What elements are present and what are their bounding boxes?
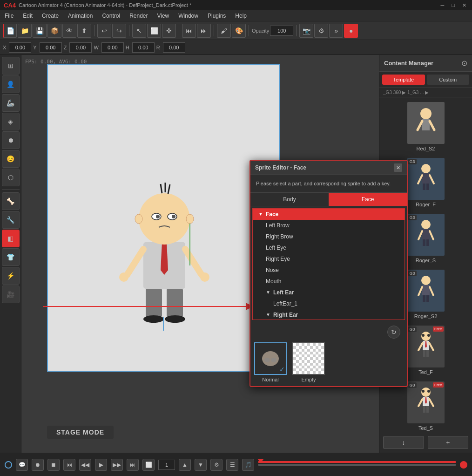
sidebar-cloth[interactable]: 👕: [2, 248, 20, 266]
tl-down-button[interactable]: ▼: [195, 459, 207, 471]
sprite-editor-tree[interactable]: ▼ Face Left Brow Right Brow Left Eye Rig…: [252, 208, 405, 320]
menu-animation[interactable]: Animation: [63, 10, 97, 21]
sidebar-actor[interactable]: 👤: [2, 75, 20, 93]
close-button[interactable]: ✕: [460, 2, 468, 8]
opacity-input[interactable]: [270, 26, 293, 36]
cm-add-button[interactable]: +: [428, 436, 469, 449]
tl-next-frame[interactable]: ⏭: [127, 459, 139, 471]
tree-left-eye[interactable]: Left Eye: [253, 242, 405, 253]
tl-record-screen[interactable]: ⬜: [142, 459, 155, 471]
sprite-normal-thumb[interactable]: ✓: [254, 342, 287, 375]
cm-expand-button[interactable]: ⊙: [461, 59, 467, 68]
menu-render[interactable]: Render: [125, 10, 152, 21]
export-button[interactable]: ⬆: [77, 24, 91, 38]
tl-forward[interactable]: ▶▶: [111, 459, 123, 471]
menu-help[interactable]: Help: [230, 10, 251, 21]
menu-file[interactable]: File: [0, 10, 18, 21]
play-back-button[interactable]: ⏮: [182, 24, 196, 38]
ca-logo-button[interactable]: ●: [344, 24, 358, 38]
y-input[interactable]: [40, 42, 62, 53]
h-input[interactable]: [132, 42, 155, 53]
menu-window[interactable]: Window: [174, 10, 203, 21]
sidebar-motion[interactable]: ◈: [2, 113, 20, 130]
tree-nose[interactable]: Nose: [253, 265, 405, 276]
sidebar-face[interactable]: 😊: [2, 150, 20, 168]
tl-stop-button[interactable]: ⏹: [47, 459, 60, 471]
menu-create[interactable]: Create: [37, 10, 63, 21]
cm-item-ted-s[interactable]: G3 Free: [382, 380, 469, 432]
menu-edit[interactable]: Edit: [18, 10, 37, 21]
tl-settings-button[interactable]: ⚙: [210, 459, 223, 471]
svg-point-40: [421, 220, 431, 229]
tl-audio-button[interactable]: 🎵: [242, 459, 254, 471]
tl-rewind[interactable]: ◀◀: [79, 459, 91, 471]
sprite-normal[interactable]: ✓ Normal: [254, 342, 287, 382]
menu-plugins[interactable]: Plugins: [203, 10, 230, 21]
settings-button[interactable]: ⚙: [314, 24, 328, 38]
sidebar-bone[interactable]: 🦴: [2, 192, 20, 210]
r-input[interactable]: [163, 42, 185, 53]
sprite-empty[interactable]: Empty: [292, 342, 325, 382]
tree-right-eye[interactable]: Right Eye: [253, 253, 405, 265]
brush-button[interactable]: 🖌: [217, 24, 231, 38]
tree-left-brow[interactable]: Left Brow: [253, 220, 405, 231]
x-input[interactable]: [9, 42, 31, 53]
minimize-button[interactable]: ─: [439, 2, 446, 8]
tree-right-ear[interactable]: ▼ Right Ear: [253, 309, 405, 320]
undo-button[interactable]: ↩: [97, 24, 111, 38]
timeline-slider[interactable]: [258, 464, 456, 466]
cm-tab-template[interactable]: Template: [382, 75, 425, 85]
z-input[interactable]: [69, 42, 92, 53]
sprite-editor-close[interactable]: ✕: [394, 163, 402, 172]
toolbar-sep4: [214, 25, 214, 36]
timeline-circle-end[interactable]: [460, 461, 467, 469]
tree-face[interactable]: ▼ Face: [253, 209, 405, 220]
tl-up-button[interactable]: ▲: [179, 459, 191, 471]
open-button[interactable]: 📁: [18, 24, 32, 38]
cm-tab-custom[interactable]: Custom: [427, 75, 470, 85]
tab-body[interactable]: Body: [250, 193, 329, 206]
tree-mouth[interactable]: Mouth: [253, 276, 405, 287]
select-button[interactable]: ↖: [132, 24, 146, 38]
more-button[interactable]: »: [329, 24, 343, 38]
redo-button[interactable]: ↪: [112, 24, 126, 38]
save-button[interactable]: 💾: [33, 24, 47, 38]
tl-frame-input[interactable]: [158, 460, 175, 470]
tl-record-button[interactable]: ⏺: [32, 459, 44, 471]
sidebar-morph[interactable]: ⬡: [2, 169, 20, 186]
menu-control[interactable]: Control: [97, 10, 125, 21]
refresh-button[interactable]: ↻: [387, 326, 400, 339]
cm-download-button[interactable]: ↓: [383, 436, 424, 449]
canvas-area[interactable]: FPS: 0.00, AVG: 0.00: [21, 55, 472, 453]
camera-button[interactable]: 📷: [299, 24, 313, 38]
tl-chat-button[interactable]: 💬: [16, 459, 28, 471]
sidebar-sprite[interactable]: ◧: [2, 230, 20, 247]
sidebar-record[interactable]: ⏺: [2, 131, 20, 149]
color-button[interactable]: 🎨: [232, 24, 246, 38]
tl-prev-frame[interactable]: ⏮: [63, 459, 75, 471]
menu-view[interactable]: View: [152, 10, 174, 21]
tree-left-ear-1[interactable]: LeftEar_1: [253, 298, 405, 309]
w-input[interactable]: [101, 42, 124, 53]
tl-play[interactable]: ▶: [95, 459, 107, 471]
tab-face[interactable]: Face: [329, 193, 407, 206]
maximize-button[interactable]: □: [450, 2, 457, 8]
cm-item-red-s2[interactable]: Red_S2: [382, 100, 469, 153]
sidebar-camera[interactable]: 🎥: [2, 286, 20, 303]
sidebar-physics[interactable]: ⚡: [2, 267, 20, 285]
tree-left-ear[interactable]: ▼ Left Ear: [253, 287, 405, 298]
sprite-empty-thumb[interactable]: [292, 342, 325, 375]
sidebar-pose[interactable]: 🦾: [2, 94, 20, 112]
stage-canvas[interactable]: [47, 64, 280, 372]
move-button[interactable]: ✜: [162, 24, 176, 38]
transform-button[interactable]: ⬜: [147, 24, 161, 38]
import-button[interactable]: 📦: [47, 24, 61, 38]
sidebar-prop[interactable]: 🔧: [2, 211, 20, 229]
tl-list-button[interactable]: ☰: [226, 459, 238, 471]
tree-right-brow[interactable]: Right Brow: [253, 231, 405, 242]
sidebar-scene[interactable]: ⊞: [2, 57, 20, 75]
preview-button[interactable]: 👁: [62, 24, 76, 38]
new-button[interactable]: 📄: [3, 24, 17, 38]
play-forward-button[interactable]: ⏭: [197, 24, 211, 38]
timeline-circle[interactable]: [5, 461, 12, 469]
